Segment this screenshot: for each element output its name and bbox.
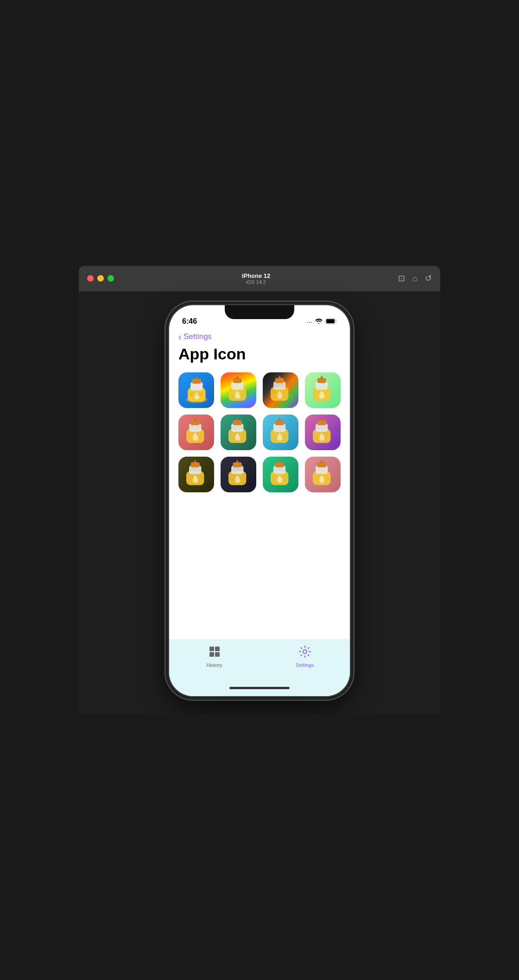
tab-bar: History Settings xyxy=(169,640,350,680)
back-label: Settings xyxy=(184,332,212,341)
svg-rect-51 xyxy=(317,462,326,467)
svg-marker-20 xyxy=(320,375,323,378)
svg-rect-31 xyxy=(275,420,284,425)
app-icon-sky[interactable] xyxy=(263,415,298,450)
app-icon-pink-purple[interactable] xyxy=(305,415,341,450)
svg-marker-48 xyxy=(278,459,281,463)
phone-wrapper: 6:46 ··· xyxy=(79,291,440,715)
tab-settings[interactable]: Settings xyxy=(260,646,350,668)
settings-tab-label: Settings xyxy=(296,662,314,668)
svg-marker-52 xyxy=(320,459,323,463)
home-icon[interactable]: ⌂ xyxy=(412,274,418,283)
settings-tab-icon xyxy=(299,646,311,660)
svg-rect-23 xyxy=(191,420,200,425)
svg-rect-27 xyxy=(233,420,242,425)
battery-icon xyxy=(325,318,337,326)
signal-icon: ··· xyxy=(307,318,312,326)
phone-frame: 6:46 ··· xyxy=(169,305,350,696)
svg-marker-32 xyxy=(278,417,281,421)
app-icon-dark-olive[interactable] xyxy=(178,457,214,492)
svg-rect-5 xyxy=(192,378,201,383)
title-bar-center: iPhone 12 iOS 14.2 xyxy=(242,272,270,285)
svg-marker-40 xyxy=(194,459,197,463)
app-icon-pride[interactable] xyxy=(221,372,256,408)
svg-marker-24 xyxy=(194,417,197,421)
app-icon-dark-pride[interactable] xyxy=(263,372,298,408)
svg-rect-8 xyxy=(190,395,204,396)
traffic-lights xyxy=(87,275,114,282)
status-icons: ··· xyxy=(307,318,337,326)
app-icon-rose[interactable] xyxy=(305,457,341,492)
svg-rect-35 xyxy=(317,420,326,425)
svg-rect-47 xyxy=(275,462,284,467)
svg-rect-15 xyxy=(275,378,284,383)
device-os: iOS 14.2 xyxy=(242,279,270,285)
history-tab-label: History xyxy=(206,662,222,668)
svg-rect-7 xyxy=(190,392,204,393)
svg-rect-55 xyxy=(209,652,214,657)
app-icon-salmon[interactable] xyxy=(178,415,214,450)
rotate-icon[interactable]: ↺ xyxy=(425,273,432,283)
phone-content: ‹ Settings App Icon xyxy=(169,328,350,696)
fullscreen-button[interactable] xyxy=(108,275,114,282)
screenshot-icon[interactable]: ⊡ xyxy=(398,273,405,283)
wifi-icon xyxy=(315,318,323,326)
app-icon-blue[interactable] xyxy=(178,372,214,408)
svg-marker-44 xyxy=(236,459,239,463)
desktop-chrome: iPhone 12 iOS 14.2 ⊡ ⌂ ↺ 6:46 ··· xyxy=(79,266,440,715)
svg-rect-39 xyxy=(191,462,200,467)
svg-marker-6 xyxy=(195,376,198,379)
svg-rect-53 xyxy=(209,647,214,651)
home-bar xyxy=(229,687,290,689)
title-bar-actions: ⊡ ⌂ ↺ xyxy=(398,273,432,283)
tab-history[interactable]: History xyxy=(169,646,260,668)
svg-rect-56 xyxy=(215,652,220,657)
minimize-button[interactable] xyxy=(97,275,104,282)
svg-marker-16 xyxy=(278,375,281,378)
status-time: 6:46 xyxy=(182,317,197,326)
svg-rect-43 xyxy=(233,462,242,467)
app-icon-dark-slate[interactable] xyxy=(221,457,256,492)
title-bar: iPhone 12 iOS 14.2 ⊡ ⌂ ↺ xyxy=(79,266,440,291)
back-button[interactable]: ‹ Settings xyxy=(178,332,341,341)
nav-bar: ‹ Settings xyxy=(169,328,350,341)
history-tab-icon xyxy=(209,646,221,660)
svg-rect-11 xyxy=(233,378,242,383)
svg-rect-54 xyxy=(215,647,220,651)
svg-rect-19 xyxy=(317,378,326,383)
svg-point-57 xyxy=(303,650,307,653)
notch xyxy=(225,305,294,319)
svg-marker-28 xyxy=(236,417,239,421)
app-icon-teal[interactable] xyxy=(221,415,256,450)
app-icon-light-green[interactable] xyxy=(305,372,341,408)
svg-marker-36 xyxy=(320,417,323,421)
svg-rect-1 xyxy=(326,319,335,323)
page-title: App Icon xyxy=(169,341,350,372)
device-name: iPhone 12 xyxy=(242,272,270,279)
close-button[interactable] xyxy=(87,275,94,282)
back-chevron-icon: ‹ xyxy=(178,332,182,341)
scroll-area xyxy=(169,492,350,640)
home-indicator xyxy=(169,680,350,696)
svg-marker-12 xyxy=(236,375,239,378)
app-icon-teal-green[interactable] xyxy=(263,457,298,492)
app-icons-grid xyxy=(169,372,350,492)
